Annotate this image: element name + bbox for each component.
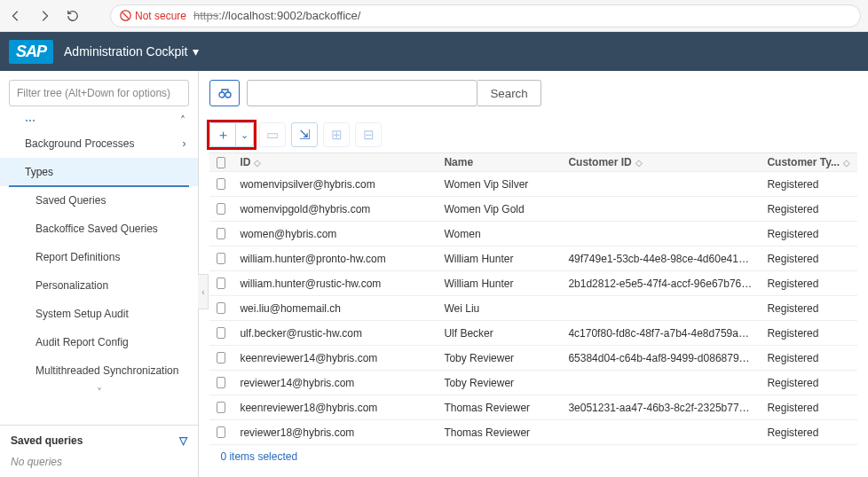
cockpit-switcher[interactable]: Administration Cockpit ▾ [64, 44, 199, 59]
table-row[interactable]: womenvipsilver@hybris.comWomen Vip Silve… [209, 172, 857, 197]
sidebar-item-label: Background Processes [25, 137, 134, 150]
create-button[interactable]: ＋ [209, 122, 236, 147]
sidebar-collapse-handle[interactable]: ‹ [198, 274, 209, 309]
row-checkbox[interactable] [217, 352, 225, 364]
table-row[interactable]: keenreviewer14@hybris.comToby Reviewer65… [209, 346, 857, 371]
cell-id: women@hybris.com [233, 228, 437, 240]
sort-icon: ◇ [254, 158, 261, 168]
sidebar-item-personalization[interactable]: Personalization [0, 271, 198, 300]
warning-icon [120, 10, 131, 21]
back-button[interactable] [7, 7, 25, 25]
svg-point-2 [219, 92, 225, 98]
table-row[interactable]: womenvipgold@hybris.comWomen Vip GoldReg… [209, 197, 857, 222]
cell-customer-id: 2b1d2812-e5e5-47f4-accf-96e67b76d4e7 [561, 278, 760, 290]
cell-name: William Hunter [437, 253, 561, 265]
bulk-action-2: ⊟ [355, 122, 382, 147]
sidebar-item-label: Backoffice Saved Queries [36, 223, 158, 235]
address-bar[interactable]: Not secure https://localhost:9002/backof… [110, 4, 861, 27]
column-header-id[interactable]: ID◇ [233, 156, 437, 168]
cell-id: wei.liu@homemail.ch [233, 302, 437, 315]
sidebar-item-label: Types [25, 166, 53, 178]
chevron-right-icon: › [182, 137, 185, 150]
sidebar-item-label: Saved Queries [36, 194, 106, 207]
grid-icon: ⊞ [331, 127, 343, 143]
table-row[interactable]: william.hunter@rustic-hw.comWilliam Hunt… [209, 271, 857, 296]
cell-name: Thomas Reviewer [437, 426, 561, 439]
table-row[interactable]: reviewer14@hybris.comToby ReviewerRegist… [209, 371, 857, 395]
sort-icon: ◇ [843, 158, 850, 168]
cell-name: Thomas Reviewer [437, 402, 561, 414]
sidebar-item-report-definitions[interactable]: Report Definitions [0, 243, 198, 271]
row-checkbox[interactable] [217, 228, 225, 239]
sidebar-item-types[interactable]: Types [0, 158, 198, 186]
row-checkbox[interactable] [217, 302, 225, 314]
create-dropdown[interactable]: ⌄ [236, 122, 254, 147]
cell-name: William Hunter [437, 278, 561, 290]
cell-id: ulf.becker@rustic-hw.com [233, 327, 437, 340]
cell-name: Wei Liu [437, 302, 561, 315]
cell-customer-type: Registered [760, 302, 857, 315]
sidebar-item-saved-queries[interactable]: Saved Queries [0, 186, 198, 215]
cell-name: Women Vip Silver [437, 178, 561, 191]
sidebar-item-backoffice-saved-queries[interactable]: Backoffice Saved Queries [0, 215, 198, 243]
table-row[interactable]: women@hybris.comWomenRegistered [209, 222, 857, 246]
sidebar-item-system-setup-audit[interactable]: System Setup Audit [0, 300, 198, 328]
cell-name: Toby Reviewer [437, 352, 561, 364]
column-header-name[interactable]: Name [437, 156, 561, 168]
row-checkbox[interactable] [217, 402, 225, 413]
forward-button[interactable] [36, 7, 53, 25]
column-header-customer-id[interactable]: Customer ID◇ [561, 156, 760, 168]
table-row[interactable]: keenreviewer18@hybris.comThomas Reviewer… [209, 395, 857, 420]
chevron-down-icon: ▾ [193, 44, 199, 59]
select-all-checkbox[interactable] [217, 157, 225, 168]
cell-id: womenvipgold@hybris.com [233, 203, 437, 215]
cell-customer-id: 3e051231-aa47-46b3-8c2f-2325b77cf1dc [561, 402, 760, 414]
binoculars-icon [217, 86, 232, 100]
row-checkbox[interactable] [217, 327, 225, 339]
table-row[interactable]: ulf.becker@rustic-hw.comUlf Becker4c170f… [209, 321, 857, 346]
tree-collapse-row[interactable]: ⋯ ˄ [0, 112, 198, 129]
arrow-right-icon [38, 10, 51, 22]
cell-customer-type: Registered [760, 178, 857, 191]
table-body: womenvipsilver@hybris.comWomen Vip Silve… [209, 172, 857, 445]
row-checkbox[interactable] [217, 426, 225, 438]
cell-name: Ulf Becker [437, 327, 561, 340]
nav-tree: ⋯ ˄ Background Processes › Types Saved Q… [0, 112, 198, 425]
sidebar-item-background-processes[interactable]: Background Processes › [0, 129, 198, 158]
row-checkbox[interactable] [217, 253, 225, 264]
saved-queries-section: Saved queries ▽ No queries [0, 425, 198, 477]
trash-icon: ▭ [266, 127, 279, 143]
table-row[interactable]: reviewer18@hybris.comThomas ReviewerRegi… [209, 420, 857, 445]
filter-icon[interactable]: ▽ [179, 434, 187, 447]
export-button[interactable]: ⇲ [291, 122, 318, 147]
cell-customer-id: 4c170f80-fd8c-48f7-a7b4-4e8d759a3b6e [561, 327, 760, 340]
cell-customer-type: Registered [760, 203, 857, 215]
filter-placeholder: Filter tree (Alt+Down for options) [17, 87, 170, 99]
cell-id: reviewer18@hybris.com [233, 426, 437, 439]
arrow-left-icon [10, 10, 22, 22]
sort-icon: ◇ [635, 158, 643, 168]
search-input[interactable] [247, 80, 477, 106]
svg-point-3 [225, 92, 231, 98]
table-row[interactable]: william.hunter@pronto-hw.comWilliam Hunt… [209, 246, 857, 271]
row-checkbox[interactable] [217, 178, 225, 190]
reload-button[interactable] [64, 7, 82, 25]
row-checkbox[interactable] [217, 203, 225, 215]
sidebar-item-label: Report Definitions [36, 251, 120, 263]
cell-customer-type: Registered [760, 253, 857, 265]
chevron-up-icon: ˄ [180, 114, 185, 127]
cell-id: william.hunter@pronto-hw.com [233, 253, 437, 265]
search-button[interactable]: Search [477, 80, 541, 106]
tree-filter-input[interactable]: Filter tree (Alt+Down for options) [9, 80, 189, 106]
sidebar-item-audit-report-config[interactable]: Audit Report Config [0, 328, 198, 356]
reload-icon [67, 10, 79, 22]
cell-customer-type: Registered [760, 352, 857, 364]
sidebar-item-multithreaded-sync[interactable]: Multithreaded Synchronization [0, 356, 198, 385]
security-status: Not secure [120, 10, 186, 22]
table-row[interactable]: wei.liu@homemail.chWei LiuRegistered [209, 296, 857, 321]
search-mode-button[interactable] [209, 80, 240, 106]
row-checkbox[interactable] [217, 278, 225, 289]
column-header-customer-type[interactable]: Customer Ty...◇ [760, 156, 857, 168]
cell-customer-type: Registered [760, 426, 857, 439]
row-checkbox[interactable] [217, 377, 225, 388]
